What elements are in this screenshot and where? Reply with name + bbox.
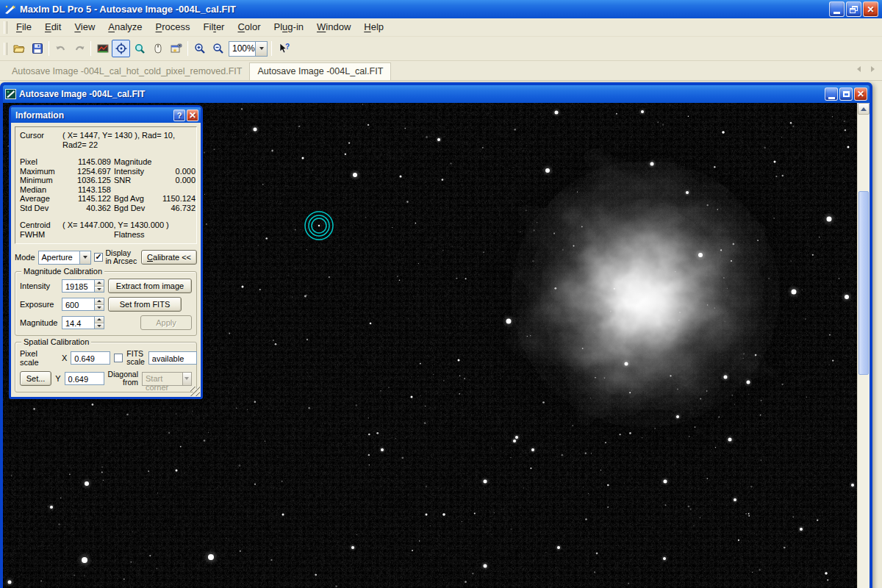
display-in-arcsec-checkbox[interactable] xyxy=(94,253,103,262)
app-restore-button[interactable] xyxy=(846,1,861,17)
app-titlebar: MaxIm DL Pro 5 - Autosave Image -004L_ca… xyxy=(0,0,882,18)
image-window-close-button[interactable] xyxy=(854,87,867,101)
image-window-minimize-button[interactable] xyxy=(825,87,838,101)
app-close-button[interactable] xyxy=(863,1,878,17)
minimize-icon xyxy=(828,97,835,99)
mode-label: Mode xyxy=(15,253,35,262)
exposure-spin-buttons[interactable] xyxy=(94,298,104,311)
stat-value: 1036.125 xyxy=(62,176,114,185)
chevron-down-icon xyxy=(259,47,264,50)
flatness-label: Flatness xyxy=(114,230,162,240)
menu-plugin[interactable]: Plug-in xyxy=(268,19,310,35)
exposure-spinner[interactable] xyxy=(62,298,104,311)
stat-label: Bgd Dev xyxy=(114,204,162,213)
intensity-spin-buttons[interactable] xyxy=(94,279,104,293)
menu-filter[interactable]: Filter xyxy=(197,19,232,35)
diagonal-from-dropdown-button[interactable] xyxy=(182,372,192,386)
menu-color[interactable]: Color xyxy=(231,19,267,35)
toolbar-grip[interactable] xyxy=(4,43,7,55)
zoom-level-combo[interactable]: 100% xyxy=(229,41,268,57)
menu-process[interactable]: Process xyxy=(149,19,197,35)
set-button[interactable]: Set... xyxy=(20,371,51,386)
fits-scale-value-field[interactable] xyxy=(148,351,197,365)
vertical-scrollbar[interactable] xyxy=(857,103,870,588)
menu-edit[interactable]: Edit xyxy=(38,19,68,35)
extract-from-image-button[interactable]: Extract from image xyxy=(108,279,192,293)
minimize-icon xyxy=(833,12,840,14)
undo-button[interactable] xyxy=(51,40,70,57)
statistics-panel: Cursor ( X= 1447, Y= 1430 ), Rad= 10, Ra… xyxy=(15,126,197,244)
scroll-up-button[interactable] xyxy=(858,103,870,115)
camera-control-icon xyxy=(171,43,182,54)
exposure-label: Exposure xyxy=(20,300,58,309)
stat-value: 1143.158 xyxy=(62,185,114,195)
intensity-label: Intensity xyxy=(20,282,58,290)
menu-file[interactable]: File xyxy=(10,19,38,35)
toolbar: 100% ? xyxy=(0,37,882,61)
tab-scroll-right-button[interactable] xyxy=(867,63,879,74)
tab-autosave-cal[interactable]: Autosave Image -004L_cal.FIT xyxy=(249,62,391,80)
menu-window[interactable]: Window xyxy=(310,19,357,35)
menu-analyze[interactable]: Analyze xyxy=(101,19,148,35)
magnitude-input[interactable] xyxy=(62,316,94,329)
zoom-out-icon xyxy=(212,43,224,54)
spin-up-icon xyxy=(97,282,101,284)
information-window-button[interactable] xyxy=(112,40,130,57)
screen-stretch-button[interactable] xyxy=(93,40,112,57)
menu-help[interactable]: Help xyxy=(357,19,390,35)
camera-control-button[interactable] xyxy=(167,40,185,57)
context-help-button[interactable]: ? xyxy=(274,40,293,57)
open-folder-icon xyxy=(13,43,25,54)
mode-select[interactable]: Aperture xyxy=(38,251,91,265)
zoom-level-value[interactable]: 100% xyxy=(229,41,255,57)
dialog-help-button[interactable] xyxy=(173,110,185,121)
dialog-close-button[interactable] xyxy=(187,110,198,121)
app-title: MaxIm DL Pro 5 - Autosave Image -004L_ca… xyxy=(20,4,829,15)
stat-value: 1254.697 xyxy=(62,167,114,176)
menu-view[interactable]: View xyxy=(68,19,101,35)
intensity-spinner[interactable] xyxy=(62,279,104,293)
mouse-options-button[interactable] xyxy=(148,40,167,57)
exposure-input[interactable] xyxy=(62,298,94,311)
save-button[interactable] xyxy=(28,40,46,57)
zoom-out-button[interactable] xyxy=(209,40,227,57)
dialog-resize-grip[interactable] xyxy=(190,387,200,396)
zoom-in-button[interactable] xyxy=(190,40,209,57)
apply-button[interactable]: Apply xyxy=(140,315,192,330)
stat-value: 0.000 xyxy=(162,167,196,176)
diagonal-from-select[interactable]: Start corner xyxy=(142,372,192,386)
zoom-level-dropdown-button[interactable] xyxy=(255,41,268,57)
mode-select-dropdown-button[interactable] xyxy=(79,251,91,265)
fits-scale-checkbox[interactable] xyxy=(114,354,123,362)
calibrate-button[interactable]: Calibrate << xyxy=(141,250,197,265)
y-label: Y xyxy=(55,374,60,383)
set-from-fits-button[interactable]: Set from FITS xyxy=(108,297,182,312)
magnify-window-button[interactable] xyxy=(130,40,148,57)
tab-scroll-left-button[interactable] xyxy=(853,63,865,74)
redo-button[interactable] xyxy=(70,40,88,57)
scrollbar-thumb[interactable] xyxy=(858,191,869,375)
tab-hot-cold-pixel-removed[interactable]: Autosave Image -004L_cal_hot_cold_pixel_… xyxy=(4,63,249,80)
spin-down-icon xyxy=(97,288,101,290)
open-button[interactable] xyxy=(10,40,28,57)
pixel-scale-y-input[interactable] xyxy=(65,372,104,385)
close-icon xyxy=(189,111,196,120)
magnitude-spinner[interactable] xyxy=(62,316,104,329)
toolbar-separator xyxy=(271,41,272,56)
stat-value: 1145.122 xyxy=(62,194,114,204)
mode-select-value[interactable]: Aperture xyxy=(38,251,79,265)
app-minimize-button[interactable] xyxy=(829,1,845,17)
image-document-icon xyxy=(5,89,16,99)
intensity-input[interactable] xyxy=(62,279,94,293)
pixel-scale-x-input[interactable] xyxy=(71,351,110,365)
menubar-grip[interactable] xyxy=(4,21,7,34)
spin-up-icon xyxy=(97,318,101,320)
stat-label: SNR xyxy=(114,176,162,185)
stat-label xyxy=(114,185,162,195)
zoom-in-icon xyxy=(194,43,206,54)
diagonal-from-value[interactable]: Start corner xyxy=(142,372,182,386)
spatial-calibration-legend: Spatial Calibration xyxy=(21,337,91,346)
magnitude-spin-buttons[interactable] xyxy=(94,316,104,329)
image-window-maximize-button[interactable] xyxy=(839,87,853,101)
information-dialog: Information Cursor ( X= 1447, Y= 1430 ),… xyxy=(9,105,203,399)
